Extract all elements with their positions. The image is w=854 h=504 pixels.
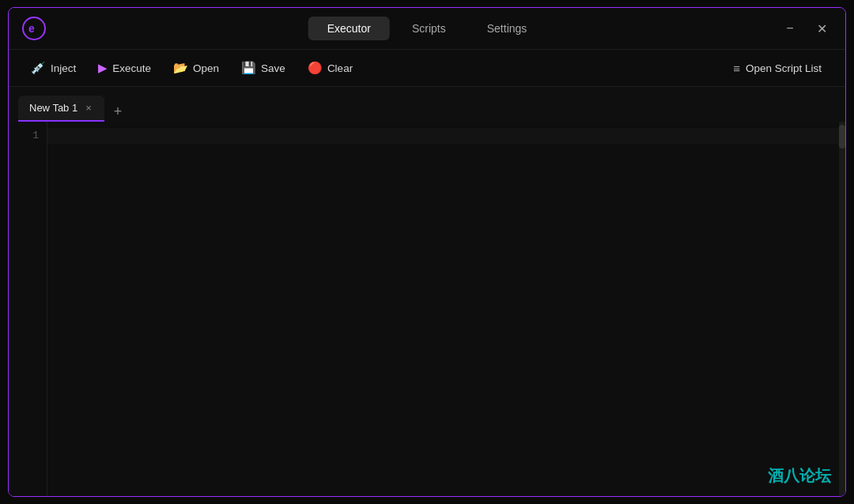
open-script-list-label: Open Script List: [746, 62, 822, 74]
menu-icon: ≡: [733, 62, 740, 75]
title-bar-controls: − ✕: [779, 17, 833, 39]
clear-button[interactable]: 🔴 Clear: [298, 56, 362, 80]
execute-button[interactable]: ▶ Execute: [89, 56, 161, 80]
app-window: e Executor Scripts Settings − ✕ 💉 Inject…: [8, 7, 846, 497]
add-tab-button[interactable]: +: [108, 101, 129, 122]
inject-icon: 💉: [31, 61, 46, 75]
line-number-1: 1: [9, 128, 47, 144]
title-bar-left: e: [21, 16, 47, 41]
title-bar: e Executor Scripts Settings − ✕: [9, 8, 845, 49]
tab-close-button[interactable]: ×: [84, 103, 93, 113]
tab-label: New Tab 1: [29, 102, 77, 114]
inject-button[interactable]: 💉 Inject: [21, 56, 85, 80]
inject-label: Inject: [51, 62, 76, 74]
execute-label: Execute: [112, 62, 151, 74]
editor-content[interactable]: [47, 122, 845, 496]
line-numbers: 1: [9, 122, 47, 496]
tab-settings[interactable]: Settings: [468, 17, 546, 40]
close-button[interactable]: ✕: [811, 17, 833, 39]
editor-tab-1[interactable]: New Tab 1 ×: [18, 96, 104, 122]
save-label: Save: [261, 62, 285, 74]
clear-icon: 🔴: [308, 61, 323, 75]
title-bar-nav: Executor Scripts Settings: [308, 17, 546, 40]
scrollbar-thumb[interactable]: [839, 125, 845, 149]
minimize-button[interactable]: −: [779, 17, 801, 39]
save-button[interactable]: 💾 Save: [232, 56, 295, 80]
open-button[interactable]: 📂 Open: [164, 56, 229, 80]
open-label: Open: [193, 62, 219, 74]
clear-label: Clear: [327, 62, 353, 74]
execute-icon: ▶: [98, 61, 108, 75]
app-logo-icon: e: [21, 16, 47, 41]
cursor-line: [47, 128, 845, 144]
save-icon: 💾: [241, 61, 256, 75]
tab-executor[interactable]: Executor: [308, 17, 390, 40]
tabs-bar: New Tab 1 × +: [9, 87, 845, 122]
editor-scrollbar[interactable]: [839, 122, 845, 496]
open-icon: 📂: [173, 61, 188, 75]
editor-area: 1: [9, 122, 845, 496]
open-script-list-button[interactable]: ≡ Open Script List: [722, 57, 833, 80]
toolbar: 💉 Inject ▶ Execute 📂 Open 💾 Save 🔴 Clear…: [9, 49, 845, 87]
tab-scripts[interactable]: Scripts: [393, 17, 465, 40]
svg-text:e: e: [28, 22, 35, 35]
